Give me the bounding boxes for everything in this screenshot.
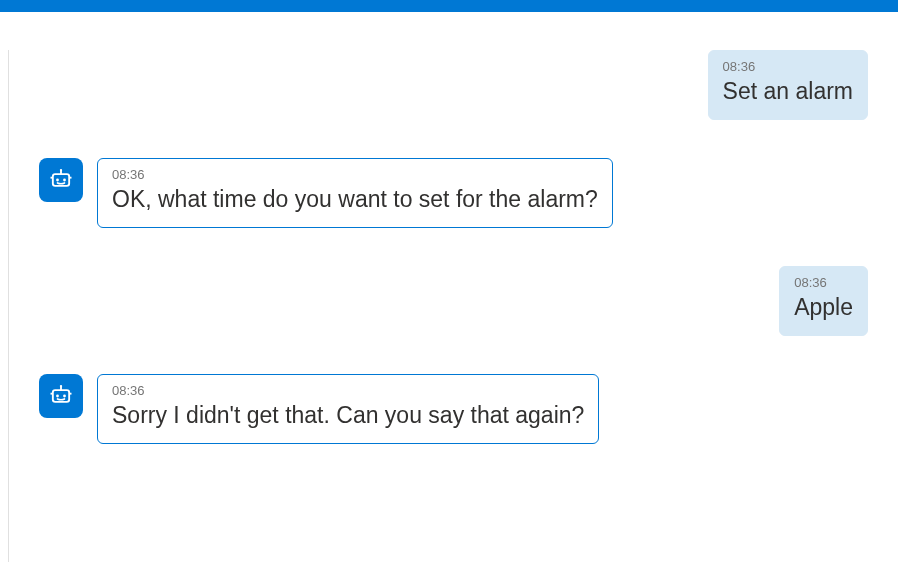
bot-avatar xyxy=(39,158,83,202)
message-text: OK, what time do you want to set for the… xyxy=(112,184,598,215)
message-timestamp: 08:36 xyxy=(794,275,853,290)
message-row-user: 08:36 Set an alarm xyxy=(39,50,868,120)
bot-message-bubble[interactable]: 08:36 Sorry I didn't get that. Can you s… xyxy=(97,374,599,444)
user-message-bubble[interactable]: 08:36 Set an alarm xyxy=(708,50,868,120)
message-row-bot: 08:36 Sorry I didn't get that. Can you s… xyxy=(39,374,868,444)
message-timestamp: 08:36 xyxy=(112,167,598,182)
svg-point-9 xyxy=(63,395,66,398)
bot-message-bubble[interactable]: 08:36 OK, what time do you want to set f… xyxy=(97,158,613,228)
message-timestamp: 08:36 xyxy=(723,59,853,74)
header-bar xyxy=(0,0,898,12)
user-message-bubble[interactable]: 08:36 Apple xyxy=(779,266,868,336)
message-text: Sorry I didn't get that. Can you say tha… xyxy=(112,400,584,431)
bot-icon xyxy=(47,166,75,194)
chat-container: 08:36 Set an alarm 08:36 OK, what time d… xyxy=(8,50,898,562)
message-row-user: 08:36 Apple xyxy=(39,266,868,336)
message-text: Set an alarm xyxy=(723,76,853,107)
svg-point-11 xyxy=(60,385,62,387)
message-text: Apple xyxy=(794,292,853,323)
message-timestamp: 08:36 xyxy=(112,383,584,398)
svg-point-2 xyxy=(63,179,66,182)
message-row-bot: 08:36 OK, what time do you want to set f… xyxy=(39,158,868,228)
bot-icon xyxy=(47,382,75,410)
svg-point-8 xyxy=(56,395,59,398)
svg-point-1 xyxy=(56,179,59,182)
svg-point-4 xyxy=(60,169,62,171)
bot-avatar xyxy=(39,374,83,418)
